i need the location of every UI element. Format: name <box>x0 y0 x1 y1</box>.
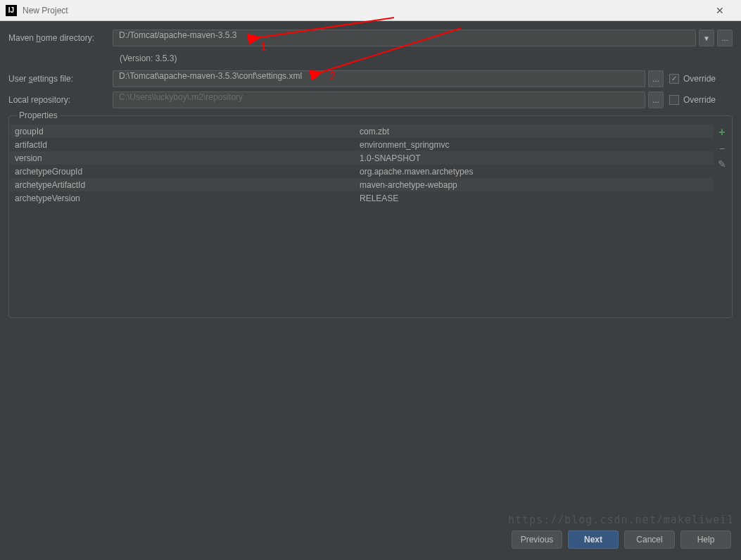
local-repo-override-label: Override <box>683 95 716 105</box>
annotation-2: 2 <box>329 70 336 83</box>
close-icon[interactable]: ✕ <box>704 0 735 21</box>
settings-file-browse-button[interactable]: … <box>648 70 664 87</box>
checkbox-icon <box>669 95 679 105</box>
table-row[interactable]: artifactId environment_springmvc <box>11 138 714 151</box>
window-title: New Project <box>23 6 704 15</box>
property-value: org.apache.maven.archetypes <box>360 167 709 177</box>
property-value: RELEASE <box>360 193 709 203</box>
cancel-button[interactable]: Cancel <box>624 530 675 549</box>
annotation-1: 1 <box>260 41 267 53</box>
table-row[interactable]: archetypeGroupId org.apache.maven.archet… <box>11 165 714 178</box>
properties-table[interactable]: groupId com.zbt artifactId environment_s… <box>11 125 714 316</box>
maven-home-input[interactable]: D:/Tomcat/apache-maven-3.5.3 <box>113 30 696 46</box>
local-repo-label: Local repository: <box>8 95 113 105</box>
local-repo-override-checkbox[interactable]: Override <box>669 95 733 105</box>
add-icon[interactable]: + <box>718 126 725 139</box>
watermark: https://blog.csdn.net/makeliwei1 <box>508 514 734 526</box>
property-key: archetypeVersion <box>15 193 360 203</box>
settings-override-label: Override <box>683 74 716 84</box>
property-key: version <box>15 153 360 163</box>
table-row[interactable]: version 1.0-SNAPSHOT <box>11 151 714 165</box>
property-value: maven-archetype-webapp <box>360 180 709 190</box>
properties-toolbar: + − ✎ <box>714 125 730 316</box>
content-area: Maven home directory: D:/Tomcat/apache-m… <box>0 21 741 318</box>
app-icon: IJ <box>6 5 17 16</box>
table-row[interactable]: archetypeArtifactId maven-archetype-weba… <box>11 178 714 191</box>
previous-button[interactable]: Previous <box>512 530 562 549</box>
table-row[interactable]: archetypeVersion RELEASE <box>11 191 714 205</box>
remove-icon[interactable]: − <box>719 143 725 154</box>
property-value: 1.0-SNAPSHOT <box>360 153 709 163</box>
titlebar: IJ New Project ✕ <box>0 0 741 21</box>
next-button[interactable]: Next <box>568 530 619 549</box>
settings-override-checkbox[interactable]: Override <box>669 74 733 84</box>
property-key: archetypeArtifactId <box>15 180 360 190</box>
settings-file-input[interactable]: D:\Tomcat\apache-maven-3.5.3\conf\settin… <box>113 70 645 87</box>
maven-home-browse-button[interactable]: … <box>717 30 733 46</box>
help-button[interactable]: Help <box>680 530 731 549</box>
footer-buttons: Previous Next Cancel Help <box>512 530 731 549</box>
checkbox-icon <box>669 74 679 84</box>
local-repo-browse-button[interactable]: … <box>648 91 664 108</box>
edit-icon[interactable]: ✎ <box>718 158 726 170</box>
maven-home-dropdown-icon[interactable]: ▼ <box>699 30 714 46</box>
property-value: com.zbt <box>360 127 709 136</box>
maven-version-label: (Version: 3.5.3) <box>113 51 733 63</box>
maven-home-label: Maven home directory: <box>8 33 113 43</box>
table-row[interactable]: groupId com.zbt <box>11 125 714 138</box>
property-key: archetypeGroupId <box>15 167 360 177</box>
property-value: environment_springmvc <box>360 140 709 150</box>
property-key: groupId <box>15 127 360 136</box>
properties-legend: Properties <box>16 110 61 120</box>
local-repo-input[interactable]: C:\Users\luckyboy\.m2\repository <box>113 91 645 108</box>
properties-panel: Properties groupId com.zbt artifactId en… <box>8 115 733 318</box>
settings-file-label: User settings file: <box>8 74 113 84</box>
property-key: artifactId <box>15 140 360 150</box>
